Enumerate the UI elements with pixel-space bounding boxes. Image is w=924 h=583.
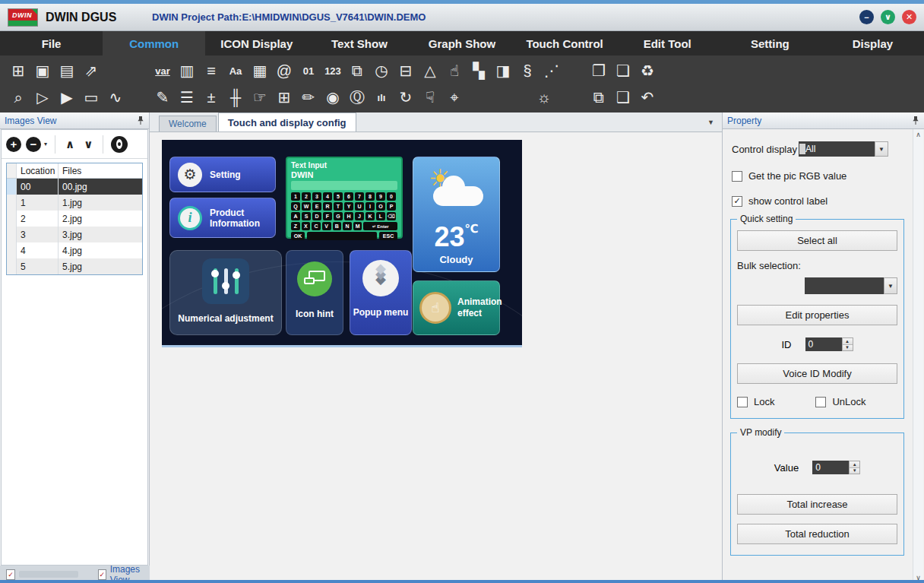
scroll-text-icon[interactable]: § — [515, 59, 540, 83]
table-row[interactable]: 5 5.jpg — [7, 258, 142, 274]
pin-icon[interactable] — [912, 116, 919, 125]
unlock-checkbox[interactable] — [815, 397, 826, 407]
icon-frames-icon[interactable]: ▥ — [175, 59, 199, 83]
menu-item[interactable]: ICON Display — [205, 31, 308, 55]
screen-monitor-icon[interactable]: ▭ — [79, 85, 103, 109]
scroll-up-icon[interactable]: ∧ — [916, 131, 921, 138]
tile-setting[interactable]: ⚙ Setting — [169, 157, 276, 192]
basic-shapes-icon[interactable]: △ — [418, 59, 442, 83]
qr-code-icon[interactable]: ▚ — [467, 59, 491, 83]
video-play-icon[interactable]: ▶ — [55, 85, 79, 109]
image-display-icon[interactable]: ▦ — [248, 59, 272, 83]
trend-curve-icon[interactable]: ⋰ — [540, 59, 564, 83]
doc-preview-icon[interactable]: ⌕ — [6, 85, 30, 109]
tile-product-information[interactable]: i Product Information — [169, 198, 276, 238]
print-icon[interactable]: ▤ — [55, 59, 79, 83]
tab-list-caret[interactable]: ▼ — [707, 119, 714, 126]
doc-edit-icon[interactable]: ✎ — [150, 85, 175, 109]
rotate-gesture-icon[interactable]: ↻ — [394, 85, 418, 109]
menu-item[interactable]: File — [0, 31, 103, 55]
table-grid-icon[interactable]: ⊞ — [272, 85, 296, 109]
export-icon[interactable]: ⇗ — [79, 59, 103, 83]
mouse-touch-icon[interactable]: ⌖ — [442, 85, 467, 109]
tile-popup-menu[interactable]: ◆ Popup menu — [350, 250, 412, 335]
spin-up-icon[interactable]: ▲ — [850, 461, 859, 468]
add-image-button[interactable]: + — [6, 137, 21, 152]
tile-weather[interactable]: ☀ 23℃ Cloudy — [413, 157, 500, 272]
table-row[interactable]: 4 4.jpg — [7, 242, 142, 258]
restore-button[interactable]: ∨ — [881, 10, 895, 24]
hmi-preview-image[interactable]: ⚙ Setting i Product Information Text Inp… — [162, 140, 522, 347]
table-row[interactable]: 1 1.jpg — [7, 195, 142, 211]
paste-icon[interactable]: ❏ — [611, 59, 635, 83]
drag-gesture-icon[interactable]: ☟ — [418, 85, 442, 109]
chevron-down-icon[interactable]: ▼ — [875, 141, 888, 157]
dock-tab-hidden[interactable]: ✓ — [6, 569, 78, 580]
remove-dropdown-caret[interactable]: ▾ — [44, 141, 47, 147]
spin-down-icon[interactable]: ▼ — [850, 468, 859, 474]
touch-form-icon[interactable]: ☝ — [442, 59, 467, 83]
control-display-combo[interactable]: All ▼ — [799, 141, 888, 157]
document-tab[interactable]: Touch and display config — [218, 112, 356, 131]
checkbox[interactable] — [732, 171, 742, 182]
menu-item[interactable]: Graph Show — [410, 31, 513, 55]
menu-item[interactable]: Text Show — [308, 31, 410, 55]
table-row[interactable]: 2 2.jpg — [7, 211, 142, 227]
menu-item[interactable]: Edit Tool — [616, 31, 719, 55]
data-file-icon[interactable]: ⧉ — [345, 59, 369, 83]
text-circle-icon[interactable]: ◉ — [321, 85, 345, 109]
design-canvas[interactable]: ⚙ Setting i Product Information Text Inp… — [150, 132, 722, 583]
pencil-edit-icon[interactable]: ✏ — [296, 85, 321, 109]
menu-item[interactable]: Display — [821, 31, 924, 55]
menu-item[interactable]: Setting — [719, 31, 821, 55]
bullet-list-icon[interactable]: ☰ — [175, 85, 199, 109]
signal-curve-icon[interactable]: ∿ — [103, 85, 128, 109]
table-row[interactable]: 3 3.jpg — [7, 227, 142, 242]
clock-icon[interactable]: ◷ — [369, 59, 394, 83]
bulk-selection-combo[interactable]: ▼ — [805, 277, 897, 294]
minimize-button[interactable]: − — [859, 10, 874, 24]
tile-icon-hint[interactable]: Icon hint — [286, 250, 343, 335]
value-spinner[interactable]: 0 ▲ ▼ — [812, 461, 860, 474]
tile-text-input[interactable]: Text Input DWIN 1234567890QWERTYUIOPASDF… — [286, 157, 403, 239]
spin-down-icon[interactable]: ▼ — [843, 345, 853, 351]
undo-icon[interactable]: ↶ — [635, 85, 660, 109]
spin-up-icon[interactable]: ▲ — [843, 338, 853, 345]
copy-pages-icon[interactable]: ⧉ — [587, 85, 611, 109]
copy-icon[interactable]: ❐ — [587, 59, 611, 83]
trash-icon[interactable]: ♻ — [635, 59, 660, 83]
total-reduction-button[interactable]: Total reduction — [737, 524, 897, 544]
chevron-down-icon[interactable]: ▼ — [884, 277, 897, 294]
edit-properties-button[interactable]: Edit properties — [737, 305, 897, 325]
play-icon[interactable]: ▷ — [30, 85, 55, 109]
total-increase-button[interactable]: Total increase — [737, 494, 897, 515]
disk-search-icon[interactable]: Ⓠ — [345, 85, 369, 109]
touch-gesture-icon[interactable]: ☞ — [248, 85, 272, 109]
image-animation-icon[interactable]: ◨ — [491, 59, 515, 83]
text-display-icon[interactable]: Aa — [223, 59, 248, 83]
checkbox[interactable]: ✓ — [732, 196, 742, 207]
new-file-icon[interactable]: ⊞ — [6, 59, 30, 83]
number-display-icon[interactable]: 123 — [321, 59, 345, 83]
variable-icon[interactable]: var — [150, 59, 175, 83]
menu-item[interactable]: Common — [103, 31, 205, 55]
bit-display-icon[interactable]: 01 — [296, 59, 321, 83]
menu-item[interactable]: Touch Control — [514, 31, 616, 55]
rotation-icon[interactable]: @ — [272, 59, 296, 83]
brightness-icon[interactable]: ☼ — [532, 85, 556, 109]
save-icon[interactable]: ▣ — [30, 59, 55, 83]
table-row[interactable]: 00 00.jpg — [7, 179, 142, 195]
voice-id-modify-button[interactable]: Voice ID Modify — [737, 363, 897, 384]
audio-wave-icon[interactable]: ılı — [369, 85, 394, 109]
tile-animation-effect[interactable]: ☝ Animation effect — [413, 280, 500, 335]
id-spinner[interactable]: 0 ▲ ▼ — [805, 337, 853, 351]
select-all-button[interactable]: Select all — [737, 230, 897, 251]
property-scrollbar[interactable]: ∧ ∨ — [913, 129, 923, 583]
calendar-icon[interactable]: ⊟ — [394, 59, 418, 83]
pin-icon[interactable] — [137, 116, 144, 125]
remove-image-button[interactable]: − — [26, 137, 41, 152]
preview-eye-button[interactable] — [111, 136, 128, 153]
move-down-button[interactable]: ∨ — [81, 138, 95, 151]
move-up-button[interactable]: ∧ — [63, 138, 77, 151]
duplicate-icon[interactable]: ❑ — [611, 85, 635, 109]
